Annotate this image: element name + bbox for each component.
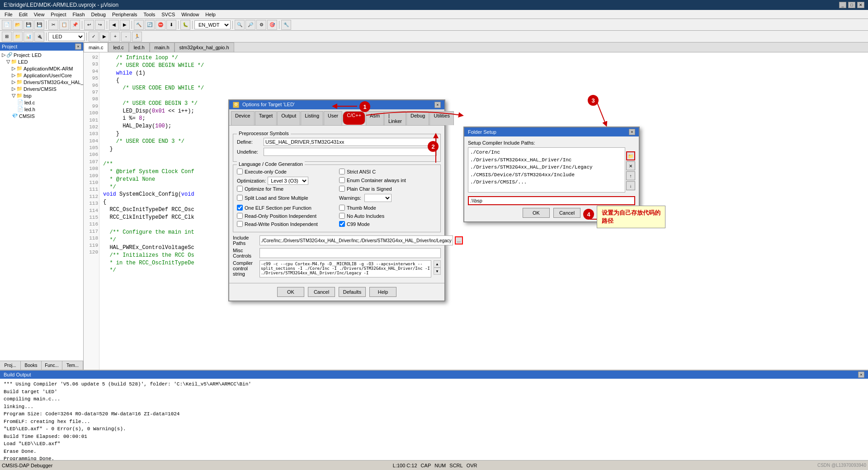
minimize-btn[interactable]: _: [839, 2, 846, 8]
new-btn[interactable]: 📄: [2, 20, 12, 30]
save-btn[interactable]: 💾: [24, 20, 33, 30]
menu-debug[interactable]: Debug: [89, 11, 108, 18]
debug-btn[interactable]: 🐛: [180, 20, 190, 30]
folder-up[interactable]: ↑: [626, 171, 635, 180]
tab-books[interactable]: Books: [21, 361, 42, 370]
rw-pos-cb[interactable]: [237, 221, 243, 227]
menu-svcs[interactable]: SVCS: [159, 11, 178, 18]
menu-flash[interactable]: Flash: [70, 11, 88, 18]
rebuild-btn[interactable]: 🔄: [145, 20, 155, 30]
tab-gpio-h[interactable]: stm32g4xx_hal_gpio.h: [175, 42, 234, 52]
folder-delete[interactable]: ✕: [626, 161, 635, 170]
chip-btn[interactable]: 🔧: [281, 20, 291, 30]
options-help[interactable]: Help: [369, 287, 396, 297]
tree-led-folder[interactable]: ▽ 📁 LED: [1, 58, 82, 65]
plain-char-cb[interactable]: [339, 186, 345, 192]
strict-ansi-cb[interactable]: [339, 169, 345, 174]
tab-linker2[interactable]: | Linker: [384, 111, 406, 125]
close-btn[interactable]: ✕: [857, 2, 864, 8]
optimization-select[interactable]: Level 3 (O3): [268, 177, 308, 185]
cut-btn[interactable]: ✂: [48, 20, 58, 30]
folder-close[interactable]: ×: [629, 129, 635, 135]
tree-bsp-folder[interactable]: ▽ 📁 bsp: [1, 92, 82, 99]
menu-edit[interactable]: Edit: [16, 11, 30, 18]
redo-btn[interactable]: ↪: [95, 20, 105, 30]
search-btn[interactable]: 🔍: [235, 20, 245, 30]
split-load-cb[interactable]: [237, 195, 243, 201]
one-elf-cb[interactable]: [237, 205, 243, 211]
include-paths-btn[interactable]: ...: [455, 236, 463, 244]
folder-path-input[interactable]: [468, 196, 635, 205]
options-ok[interactable]: OK: [277, 287, 304, 297]
component-dropdown[interactable]: LED: [48, 32, 85, 41]
copy-btn[interactable]: 📋: [59, 20, 69, 30]
open-btn[interactable]: 📂: [13, 20, 23, 30]
menu-tools[interactable]: Tools: [141, 11, 158, 18]
tab-main-c[interactable]: main.c: [84, 42, 108, 52]
tab-proj[interactable]: Proj...: [0, 361, 21, 370]
tb2-btn2[interactable]: 📁: [13, 32, 23, 42]
tab-led-c[interactable]: led.c: [108, 42, 128, 52]
compiler-scroll-up[interactable]: ▲: [434, 260, 441, 268]
settings-btn[interactable]: ⚙: [256, 20, 266, 30]
minus-btn[interactable]: -: [121, 32, 131, 42]
menu-file[interactable]: File: [2, 11, 15, 18]
folder-ok[interactable]: OK: [523, 208, 550, 218]
menu-project[interactable]: Project: [48, 11, 69, 18]
fwd-btn[interactable]: ▶: [120, 20, 130, 30]
tab-tem[interactable]: Tem...: [62, 361, 83, 370]
maximize-btn[interactable]: □: [848, 2, 855, 8]
options-defaults[interactable]: Defaults: [339, 287, 366, 297]
tab-func[interactable]: Func...: [42, 361, 62, 370]
tab-output[interactable]: Output: [277, 111, 300, 125]
options-cancel[interactable]: Cancel: [308, 287, 335, 297]
tb2-btn3[interactable]: 📊: [24, 32, 33, 42]
undefine-input[interactable]: [264, 148, 437, 156]
tab-listing[interactable]: Listing: [301, 111, 323, 125]
enum-cb[interactable]: [339, 177, 345, 183]
build-btn[interactable]: 🔨: [134, 20, 144, 30]
c99-cb[interactable]: [339, 221, 345, 227]
undo-btn[interactable]: ↩: [84, 20, 94, 30]
tab-main-h[interactable]: main.h: [150, 42, 175, 52]
tab-target[interactable]: Target: [255, 111, 277, 125]
tree-cmsis-folder[interactable]: ▷ 📁 Drivers/CMSIS: [1, 85, 82, 92]
folder-down[interactable]: ↓: [626, 181, 635, 190]
tb2-btn1[interactable]: ⊞: [2, 32, 12, 42]
plus-btn[interactable]: +: [110, 32, 120, 42]
target-dropdown[interactable]: EN_WDT: [194, 20, 231, 29]
tree-hal-driver[interactable]: ▷ 📁 Drivers/STM32G4xx_HAL_Dr: [1, 79, 82, 85]
run-btn[interactable]: 🏃: [132, 32, 142, 42]
folder-paths-list[interactable]: ./Core/Inc ./Drivers/STM32G4xx_HAL_Drive…: [468, 147, 625, 193]
paste-btn[interactable]: 📌: [70, 20, 80, 30]
save-all-btn[interactable]: 💾: [34, 20, 44, 30]
no-auto-cb[interactable]: [339, 213, 345, 219]
tab-led-h[interactable]: led.h: [129, 42, 150, 52]
menu-help[interactable]: Help: [203, 11, 218, 18]
tab-utilities[interactable]: Utilities: [429, 111, 453, 125]
tab-asm[interactable]: Asm: [366, 111, 384, 125]
ro-pos-cb[interactable]: [237, 213, 243, 219]
execute-only-cb[interactable]: [237, 169, 243, 174]
tree-user-core[interactable]: ▷ 📁 Application/User/Core: [1, 72, 82, 79]
compiler-scroll-down[interactable]: ▼: [434, 268, 441, 275]
sidebar-close[interactable]: ×: [75, 43, 81, 50]
tab-debug2[interactable]: Debug: [406, 111, 429, 125]
menu-peripherals[interactable]: Peripherals: [109, 11, 140, 18]
folder-cancel[interactable]: Cancel: [553, 208, 580, 218]
stop-btn[interactable]: ⛔: [156, 20, 165, 30]
check-btn[interactable]: ✓: [89, 32, 99, 42]
build-output-close[interactable]: ×: [858, 371, 864, 378]
misc-input[interactable]: [259, 248, 441, 258]
tb2-btn4[interactable]: 🔌: [34, 32, 44, 42]
arrow-btn[interactable]: ▶: [99, 32, 109, 42]
menu-window[interactable]: Window: [179, 11, 202, 18]
tree-mdk-arm[interactable]: ▷ 📁 Application/MDK-ARM: [1, 65, 82, 72]
zoom-btn[interactable]: 🔎: [245, 20, 255, 30]
target-opts-btn[interactable]: 🎯: [267, 20, 277, 30]
download-btn[interactable]: ⬇: [166, 20, 176, 30]
menu-view[interactable]: View: [31, 11, 47, 18]
back-btn[interactable]: ◀: [109, 20, 119, 30]
tree-project-led[interactable]: ▷ 🔗 Project: LED: [1, 52, 82, 58]
tree-led-c[interactable]: 📄 led.c: [1, 99, 82, 106]
